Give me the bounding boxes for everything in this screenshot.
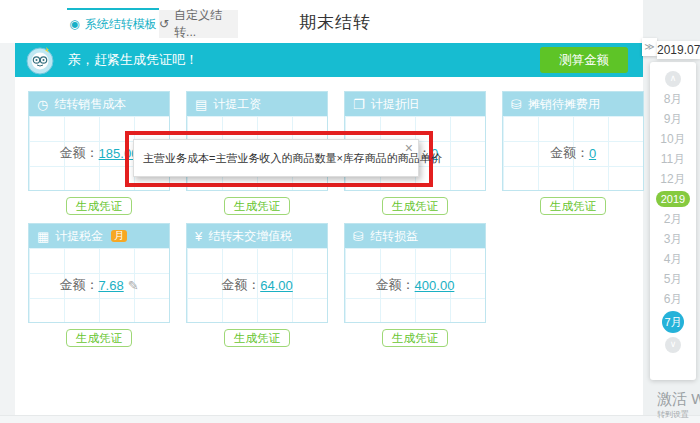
red-annotation-box: 主营业务成本=主营业务收入的商品数量×库存商品的商品单价 × xyxy=(125,131,433,187)
pencil-icon[interactable]: ✎ xyxy=(128,278,139,293)
year-divider: 2019 xyxy=(656,191,690,207)
card-title: 计提工资 xyxy=(213,96,261,113)
amount-label: 金额： xyxy=(59,276,98,294)
notice-banner: 亲，赶紧生成凭证吧！ 测算金额 xyxy=(15,43,643,77)
receipt-icon: ▦ xyxy=(37,230,49,243)
refresh-icon: ↺ xyxy=(159,17,169,31)
system-template-icon: ◉ xyxy=(69,17,79,31)
generate-voucher-button[interactable]: 生成凭证 xyxy=(66,329,132,347)
footer-strip xyxy=(0,415,700,423)
calculate-amount-button[interactable]: 测算金额 xyxy=(540,47,628,73)
yuan-icon: ¥ xyxy=(195,230,202,243)
tooltip-text: 主营业务成本=主营业务收入的商品数量×库存商品的商品单价 xyxy=(143,151,442,166)
generate-voucher-button[interactable]: 生成凭证 xyxy=(224,329,290,347)
activation-watermark: 激活 W 转到设置 xyxy=(657,390,700,420)
left-background-strip xyxy=(0,43,15,415)
amount-link[interactable]: 0 xyxy=(589,146,596,161)
month-item[interactable]: 4月 xyxy=(660,251,686,267)
amount-link[interactable]: 7.68 xyxy=(98,278,123,293)
coin-plus-icon: ⛁ xyxy=(353,230,364,243)
month-item[interactable]: 2月 xyxy=(660,211,686,227)
month-item[interactable]: 11月 xyxy=(660,151,686,167)
month-item[interactable]: 8月 xyxy=(660,91,686,107)
card-accrue-tax: ▦ 计提税金 月 金额：7.68 ✎ xyxy=(28,223,170,323)
card-title: 结转销售成本 xyxy=(54,96,126,113)
scroll-up-icon[interactable]: ∧ xyxy=(665,71,681,87)
formula-tooltip: 主营业务成本=主营业务收入的商品数量×库存商品的商品单价 × xyxy=(133,139,419,177)
close-icon[interactable]: × xyxy=(405,141,413,155)
amount-label: 金额： xyxy=(221,276,260,294)
card-title: 计提折旧 xyxy=(371,96,419,113)
banner-message: 亲，赶紧生成凭证吧！ xyxy=(68,51,198,69)
app-window: ◉ 系统结转模板 ↺ 自定义结转... 期末结转 亲，赶紧生成凭证吧！ 测算金额… xyxy=(0,0,700,423)
generate-voucher-button[interactable]: 生成凭证 xyxy=(382,197,448,215)
amount-link[interactable]: 64.00 xyxy=(260,278,293,293)
generate-voucher-button[interactable]: 生成凭证 xyxy=(382,329,448,347)
card-amortize-expenses: ⛁ 摊销待摊费用 金额：0 xyxy=(502,91,644,191)
card-title: 计提税金 xyxy=(55,228,103,245)
scroll-down-icon[interactable]: ∨ xyxy=(665,337,681,353)
amount-link[interactable]: 400.00 xyxy=(415,278,455,293)
generate-voucher-button[interactable]: 生成凭证 xyxy=(540,197,606,215)
card-carryover-profit-loss: ⛁ 结转损益 金额：400.00 xyxy=(344,223,486,323)
month-item[interactable]: 9月 xyxy=(660,111,686,127)
card-carryover-vat: ¥ 结转未交增值税 金额：64.00 xyxy=(186,223,328,323)
amount-label: 金额： xyxy=(376,276,415,294)
documents-icon: ❐ xyxy=(353,98,365,111)
month-item-selected[interactable]: 7月 xyxy=(662,311,684,333)
generate-voucher-button[interactable]: 生成凭证 xyxy=(66,197,132,215)
watermark-line2: 转到设置 xyxy=(657,409,700,420)
amount-label: 金额： xyxy=(550,144,589,162)
coin-stack-icon: ⛁ xyxy=(511,98,522,111)
tab-label: 自定义结转... xyxy=(174,7,238,41)
month-item[interactable]: 12月 xyxy=(660,171,686,187)
generate-voucher-button[interactable]: 生成凭证 xyxy=(224,197,290,215)
month-badge: 月 xyxy=(111,230,127,242)
mascot-avatar xyxy=(25,45,55,75)
tab-label: 系统结转模板 xyxy=(85,16,157,33)
current-period-label: 2019.07 xyxy=(657,41,700,59)
month-item[interactable]: 10月 xyxy=(660,131,686,147)
page-title: 期末结转 xyxy=(299,11,371,34)
tab-custom-carryover[interactable]: ↺ 自定义结转... xyxy=(159,10,238,38)
month-item[interactable]: 3月 xyxy=(660,231,686,247)
month-picker-panel: ∧ 8月 9月 10月 11月 12月 2019 2月 3月 4月 5月 6月 … xyxy=(650,62,696,380)
card-title: 结转损益 xyxy=(370,228,418,245)
card-title: 摊销待摊费用 xyxy=(528,96,600,113)
pie-clock-icon: ◷ xyxy=(37,98,48,111)
month-item[interactable]: 5月 xyxy=(660,271,686,287)
card-title: 结转未交增值税 xyxy=(208,228,292,245)
collapse-panel-icon[interactable]: ≫ xyxy=(642,38,657,56)
amount-label: 金额： xyxy=(60,144,99,162)
briefcase-icon: ▤ xyxy=(195,98,207,111)
watermark-line1: 激活 W xyxy=(657,390,700,409)
tab-system-template[interactable]: ◉ 系统结转模板 xyxy=(67,8,159,38)
month-item[interactable]: 6月 xyxy=(660,291,686,307)
